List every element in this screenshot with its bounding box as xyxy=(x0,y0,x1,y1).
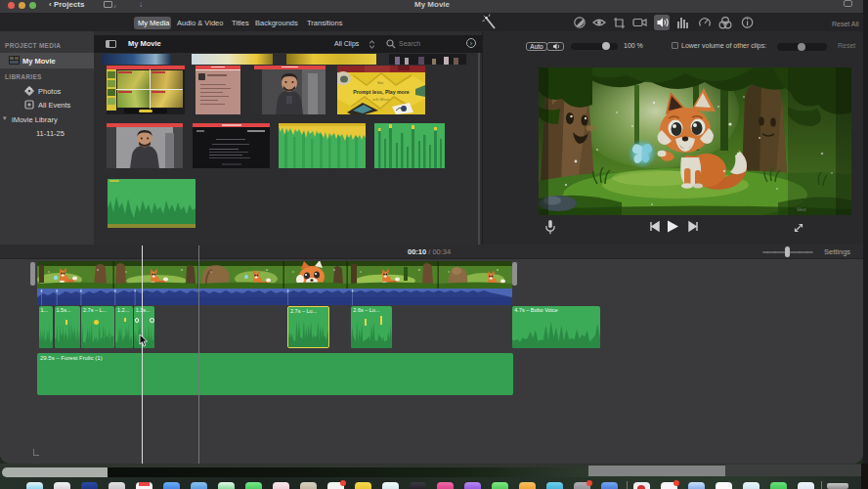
svg-text:with iMovie: with iMovie xyxy=(372,98,389,102)
svg-text:Veo: Veo xyxy=(377,81,383,85)
svg-text:Prompt less, Play more: Prompt less, Play more xyxy=(353,89,409,95)
svg-text:Reset All: Reset All xyxy=(832,21,859,27)
